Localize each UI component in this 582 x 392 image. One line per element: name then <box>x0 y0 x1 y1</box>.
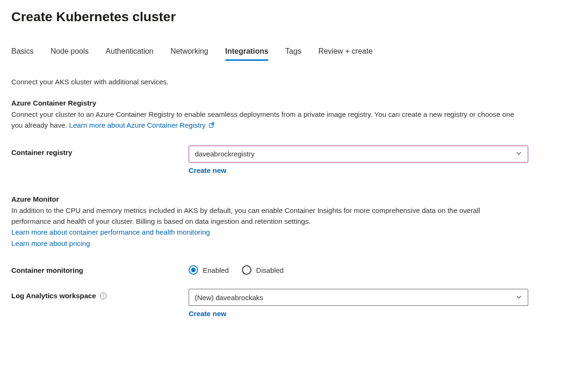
tab-node-pools[interactable]: Node pools <box>50 47 89 61</box>
monitor-heading: Azure Monitor <box>11 195 571 203</box>
monitor-description: In addition to the CPU and memory metric… <box>11 205 521 227</box>
monitoring-disabled-radio[interactable]: Disabled <box>242 265 283 275</box>
log-analytics-workspace-label: Log Analytics workspace i <box>11 289 189 300</box>
radio-unchecked-icon <box>242 265 251 275</box>
tab-tags[interactable]: Tags <box>285 47 301 61</box>
container-registry-label: Container registry <box>11 146 189 156</box>
monitoring-disabled-label: Disabled <box>256 266 283 274</box>
info-icon[interactable]: i <box>100 293 107 299</box>
container-registry-value: daveabrockregistry <box>195 150 255 158</box>
radio-checked-icon <box>189 265 198 275</box>
acr-heading: Azure Container Registry <box>11 99 571 107</box>
log-analytics-workspace-value: (New) daveabrockaks <box>195 294 263 302</box>
intro-text: Connect your AKS cluster with additional… <box>11 78 571 86</box>
container-registry-select[interactable]: daveabrockregistry <box>189 146 528 163</box>
monitoring-enabled-label: Enabled <box>203 266 229 274</box>
tab-networking[interactable]: Networking <box>170 47 208 61</box>
chevron-down-icon <box>515 150 522 158</box>
monitor-learn-more-performance-link[interactable]: Learn more about container performance a… <box>11 227 571 238</box>
workspace-create-new-link[interactable]: Create new <box>189 310 226 318</box>
container-monitoring-label: Container monitoring <box>11 263 189 274</box>
monitoring-enabled-radio[interactable]: Enabled <box>189 265 229 275</box>
monitor-section: Azure Monitor In addition to the CPU and… <box>11 195 571 318</box>
log-analytics-workspace-select[interactable]: (New) daveabrockaks <box>189 289 528 306</box>
chevron-down-icon <box>515 294 522 302</box>
page-title: Create Kubernetes cluster <box>11 9 571 24</box>
tab-authentication[interactable]: Authentication <box>106 47 153 61</box>
acr-create-new-link[interactable]: Create new <box>189 166 226 174</box>
acr-description: Connect your cluster to an Azure Contain… <box>11 109 521 131</box>
monitor-learn-more-pricing-link[interactable]: Learn more about pricing <box>11 238 571 249</box>
acr-learn-more-link[interactable]: Learn more about Azure Container Registr… <box>69 121 215 129</box>
external-link-icon <box>208 120 215 131</box>
acr-section: Azure Container Registry Connect your cl… <box>11 99 571 174</box>
tab-integrations[interactable]: Integrations <box>225 47 269 61</box>
container-monitoring-radio-group: Enabled Disabled <box>189 263 528 275</box>
tab-review-create[interactable]: Review + create <box>318 47 373 61</box>
wizard-tabs: Basics Node pools Authentication Network… <box>11 47 571 61</box>
tab-basics[interactable]: Basics <box>11 47 33 61</box>
